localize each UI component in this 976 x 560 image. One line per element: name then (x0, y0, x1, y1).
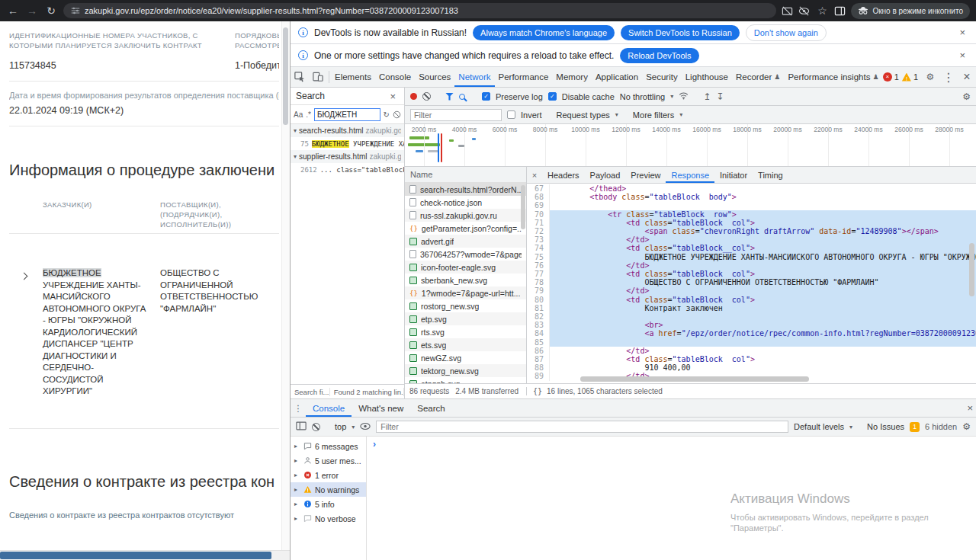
network-request-row[interactable]: search-results.html?orderN... (405, 183, 526, 196)
record-network-log-icon[interactable] (410, 93, 417, 100)
network-request-row[interactable]: tektorg_new.svg (405, 364, 526, 377)
devtools-tab-console[interactable]: Console (375, 67, 415, 87)
filter-funnel-icon[interactable] (445, 93, 454, 101)
network-request-row[interactable]: rostorg_new.svg (405, 299, 526, 312)
name-column-header[interactable]: Name (405, 167, 526, 183)
settings-gear-icon[interactable]: ⚙ (921, 67, 939, 87)
devtools-tab-memory[interactable]: Memory (552, 67, 592, 87)
more-options-kebab-icon[interactable]: ⋮ (939, 67, 958, 87)
close-response-icon[interactable]: × (527, 167, 542, 183)
console-sidebar-toggle-icon[interactable] (296, 421, 307, 432)
preserve-log-checkbox[interactable]: ✓ (482, 92, 490, 101)
close-search-pane-icon[interactable]: × (387, 91, 399, 102)
devtools-tab-lighthouse[interactable]: Lighthouse (682, 67, 732, 87)
network-request-row[interactable]: ets.svg (405, 338, 526, 351)
drawer-kebab-icon[interactable]: ⋮ (291, 399, 306, 417)
requests-scroll-thumb[interactable] (521, 185, 525, 229)
page-horizontal-scrollbar[interactable] (0, 550, 290, 560)
back-button[interactable]: ← (6, 0, 20, 21)
issues-count-badge[interactable]: 1 (910, 422, 920, 432)
devtools-tab-elements[interactable]: Elements (331, 67, 375, 87)
page-horizontal-scroll-thumb[interactable] (0, 552, 271, 559)
network-request-row[interactable]: rus-ssl.zakupki.gov.ru (405, 209, 526, 222)
console-filter-1-error[interactable]: ▸1 error (291, 468, 366, 482)
devtools-tab-recorder[interactable]: Recorder♟ (732, 67, 784, 87)
invert-filter-checkbox[interactable] (507, 110, 515, 119)
console-filter-no-verbose[interactable]: ▸No verbose (291, 511, 366, 526)
import-har-icon[interactable]: ↥ (703, 91, 711, 102)
devtools-tab-security[interactable]: Security (642, 67, 682, 87)
incognito-badge[interactable]: Окно в режиме инкогнито (851, 3, 970, 19)
refresh-search-icon[interactable]: ↻ (384, 110, 390, 119)
bookmark-star-icon[interactable]: ☆ (815, 0, 829, 21)
network-request-row[interactable]: rts.svg (405, 325, 526, 338)
refresh-button[interactable]: ↻ (44, 0, 58, 21)
warning-count-badge[interactable]: 1 (902, 67, 921, 87)
close-devtools-icon[interactable]: × (958, 67, 976, 87)
search-result-file[interactable]: ▾supplier-results.htmlzakupki.g... (291, 150, 404, 163)
match-case-icon[interactable]: Aa (294, 110, 303, 119)
response-tab-preview[interactable]: Preview (625, 167, 666, 183)
response-tab-headers[interactable]: Headers (542, 167, 585, 183)
network-request-row[interactable]: {}1?wmode=7&page-url=htt... (405, 286, 526, 299)
search-input[interactable] (314, 108, 380, 121)
search-network-icon[interactable] (459, 94, 465, 100)
forward-button[interactable]: → (25, 0, 39, 21)
network-conditions-icon[interactable] (679, 91, 689, 101)
address-bar[interactable]: zakupki.gov.ru/epz/order/notice/ea20/vie… (63, 3, 776, 18)
network-settings-gear-icon[interactable]: ⚙ (962, 91, 971, 102)
switch-devtools-russian-button[interactable]: Switch DevTools to Russian (621, 25, 740, 40)
network-request-row[interactable]: icon-footer-eagle.svg (405, 261, 526, 274)
match-chrome-language-button[interactable]: Always match Chrome's language (473, 25, 615, 40)
throttling-dropdown[interactable]: No throttling (620, 92, 665, 101)
devtools-tab-performance-insights[interactable]: Performance insights♟ (784, 67, 882, 87)
devtools-tab-application[interactable]: Application (592, 67, 642, 87)
network-request-row[interactable]: advert.gif (405, 235, 526, 248)
devtools-tab-performance[interactable]: Performance (495, 67, 553, 87)
side-panel-icon[interactable] (834, 5, 846, 17)
drawer-tab-console[interactable]: Console (306, 399, 352, 417)
expand-row-chevron[interactable] (21, 273, 28, 280)
disable-cache-checkbox[interactable]: ✓ (548, 92, 557, 101)
device-toolbar-icon[interactable] (309, 67, 327, 87)
network-request-row[interactable]: 367064257?wmode=7&page... (405, 248, 526, 261)
devtools-tab-sources[interactable]: Sources (415, 67, 454, 87)
network-request-row[interactable]: etpgpb.svg (405, 377, 526, 383)
response-tab-response[interactable]: Response (666, 167, 714, 183)
console-settings-gear-icon[interactable]: ⚙ (962, 421, 971, 432)
close-infobar-icon[interactable]: × (956, 27, 968, 38)
devtools-tab-network[interactable]: Network (454, 67, 494, 87)
network-request-row[interactable]: sberbank_new.svg (405, 274, 526, 286)
response-tab-timing[interactable]: Timing (753, 167, 788, 183)
response-tab-payload[interactable]: Payload (585, 167, 626, 183)
close-infobar-icon[interactable]: × (956, 50, 968, 61)
editor-vertical-scroll-thumb[interactable] (969, 243, 974, 296)
request-types-dropdown[interactable]: Request types (557, 110, 610, 120)
eye-off-icon[interactable] (798, 5, 810, 17)
error-count-badge[interactable]: × 1 (883, 67, 902, 87)
page-vertical-scroll-thumb[interactable] (283, 27, 288, 125)
network-request-row[interactable]: newGZ.svg (405, 351, 526, 364)
clear-network-log-icon[interactable] (422, 92, 431, 101)
search-result-match[interactable]: 2612... class="tableBlock__col">БЮДЖЕТНО… (291, 163, 404, 176)
editor-horizontal-scroll-thumb[interactable] (580, 376, 809, 382)
console-filter-5-user-mes[interactable]: ▸5 user mes... (291, 453, 366, 468)
regex-icon[interactable]: .* (306, 110, 311, 119)
cast-off-icon[interactable] (782, 5, 793, 17)
close-drawer-icon[interactable]: × (964, 402, 976, 414)
export-har-icon[interactable]: ↧ (716, 91, 724, 102)
clear-search-icon[interactable] (393, 110, 400, 117)
tune-icon[interactable] (71, 6, 80, 15)
network-request-row[interactable]: etp.svg (405, 312, 526, 325)
log-levels-dropdown[interactable]: Default levels (794, 422, 844, 431)
network-filter-input[interactable] (410, 109, 502, 121)
more-filters-dropdown[interactable]: More filters (633, 110, 674, 120)
network-request-row[interactable]: check-notice.json (405, 196, 526, 209)
console-filter-6-messages[interactable]: ▸6 messages (291, 439, 366, 453)
dont-show-again-button[interactable]: Don't show again (746, 24, 827, 41)
network-request-row[interactable]: {}getParameter.json?config=... (405, 222, 526, 235)
network-overview-timeline[interactable]: 2000 ms4000 ms6000 ms8000 ms10000 ms1200… (405, 124, 976, 167)
search-result-file[interactable]: ▾search-results.htmlzakupki.go... (291, 124, 404, 137)
page-vertical-scrollbar[interactable] (281, 21, 290, 550)
live-expression-eye-icon[interactable] (360, 422, 371, 432)
